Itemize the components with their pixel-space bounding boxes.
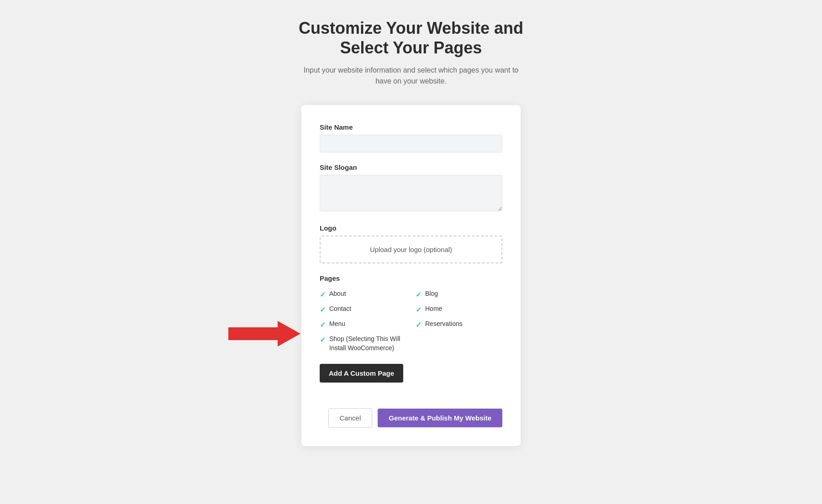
page-menu-label: Menu <box>329 320 345 329</box>
checkmark-shop-icon: ✓ <box>320 336 326 344</box>
page-item-blog[interactable]: ✓ Blog <box>416 289 502 299</box>
pages-label: Pages <box>320 274 502 282</box>
site-slogan-label: Site Slogan <box>320 163 502 171</box>
page-item-menu[interactable]: ✓ Menu <box>320 320 406 329</box>
page-item-shop[interactable]: ✓ Shop (Selecting This Will Install WooC… <box>320 335 406 352</box>
cancel-button[interactable]: Cancel <box>328 408 373 428</box>
footer-actions: Cancel Generate & Publish My Website <box>320 408 502 428</box>
site-name-field-group: Site Name <box>320 123 502 152</box>
page-title: Customize Your Website and Select Your P… <box>299 18 523 58</box>
logo-field-group: Logo Upload your logo (optional) <box>320 224 502 263</box>
page-shop-label: Shop (Selecting This Will Install WooCom… <box>329 335 406 352</box>
checkmark-blog-icon: ✓ <box>416 290 422 299</box>
logo-label: Logo <box>320 224 502 232</box>
page-item-contact[interactable]: ✓ Contact <box>320 304 406 314</box>
pages-grid: ✓ About ✓ Blog ✓ Contact ✓ <box>320 289 502 352</box>
generate-publish-button[interactable]: Generate & Publish My Website <box>378 409 502 427</box>
page-blog-label: Blog <box>425 289 438 299</box>
form-card: Site Name Site Slogan Logo Upload your l… <box>301 105 521 446</box>
checkmark-menu-icon: ✓ <box>320 320 326 329</box>
checkmark-about-icon: ✓ <box>320 290 326 299</box>
page-home-label: Home <box>425 304 442 314</box>
page-item-home[interactable]: ✓ Home <box>416 304 502 314</box>
arrow-indicator <box>228 321 300 346</box>
page-item-reservations[interactable]: ✓ Reservations <box>416 320 502 329</box>
add-custom-page-button[interactable]: Add A Custom Page <box>320 364 403 383</box>
pages-field-group: Pages ✓ About ✓ Blog ✓ Cont <box>320 274 502 397</box>
site-slogan-input[interactable] <box>320 175 502 211</box>
site-name-label: Site Name <box>320 123 502 131</box>
checkmark-home-icon: ✓ <box>416 305 422 314</box>
page-about-label: About <box>329 289 346 299</box>
page-contact-label: Contact <box>329 304 351 314</box>
page-item-about[interactable]: ✓ About <box>320 289 406 299</box>
logo-upload-area[interactable]: Upload your logo (optional) <box>320 236 502 263</box>
site-name-input[interactable] <box>320 135 502 152</box>
checkmark-reservations-icon: ✓ <box>416 320 422 329</box>
checkmark-contact-icon: ✓ <box>320 305 326 314</box>
page-reservations-label: Reservations <box>425 320 463 329</box>
site-slogan-field-group: Site Slogan <box>320 163 502 213</box>
page-subtitle: Input your website information and selec… <box>297 65 525 87</box>
page-wrapper: Customize Your Website and Select Your P… <box>9 18 813 446</box>
